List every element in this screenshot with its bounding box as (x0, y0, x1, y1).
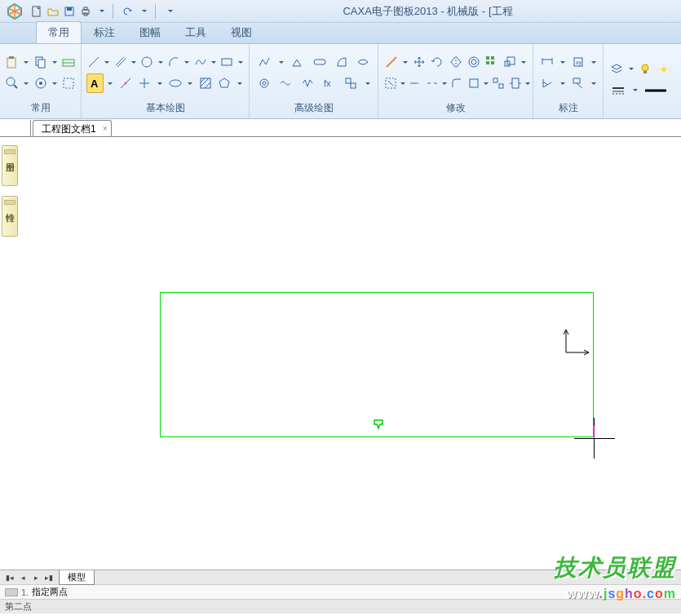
tab-tools[interactable]: 工具 (173, 21, 219, 43)
hole-icon[interactable] (276, 73, 296, 93)
rotate-icon[interactable] (430, 52, 445, 72)
wave-icon[interactable] (298, 73, 317, 93)
pan-icon[interactable] (33, 73, 48, 93)
scale-icon[interactable] (502, 52, 517, 72)
trim-dropdown[interactable] (400, 73, 405, 93)
block-dropdown[interactable] (363, 73, 373, 93)
point-icon[interactable] (136, 73, 153, 93)
nav-first-icon[interactable]: ▮◂ (3, 572, 16, 583)
region-icon[interactable] (353, 52, 373, 72)
block-icon[interactable] (342, 73, 361, 93)
polygon-dropdown[interactable] (236, 73, 244, 93)
polygon-icon[interactable] (216, 73, 233, 93)
copy-icon[interactable] (33, 52, 48, 72)
stretch-dropdown[interactable] (525, 73, 530, 93)
break-dropdown[interactable] (442, 73, 447, 93)
paste-dropdown[interactable] (23, 52, 30, 72)
tab-common[interactable]: 常用 (36, 21, 82, 43)
print-icon[interactable] (78, 4, 93, 19)
qat-customize[interactable] (163, 4, 178, 19)
linetype-dropdown[interactable] (630, 81, 640, 100)
command-line[interactable]: 1. 指定两点 (0, 584, 681, 599)
dim-linear-icon[interactable] (538, 52, 555, 72)
contour-icon[interactable] (288, 52, 307, 72)
trim-icon[interactable] (383, 73, 398, 93)
paste-icon[interactable] (5, 52, 20, 72)
cut-icon[interactable] (60, 52, 76, 72)
nav-last-icon[interactable]: ▸▮ (42, 572, 55, 583)
document-tab[interactable]: 工程图文档1 × (33, 120, 112, 136)
zoom-icon[interactable] (5, 73, 20, 93)
side-panel-library[interactable]: 图册 (2, 145, 18, 186)
slot-icon[interactable] (310, 52, 329, 72)
drawing-canvas[interactable] (23, 137, 681, 569)
nav-prev-icon[interactable]: ◂ (16, 572, 29, 583)
gear-icon[interactable] (254, 73, 274, 93)
sheet-tab-model[interactable]: 模型 (59, 570, 95, 585)
linetype-icon[interactable] (608, 81, 628, 100)
copy-dropdown[interactable] (51, 52, 58, 72)
leader-dropdown[interactable] (589, 73, 598, 93)
point-dropdown[interactable] (156, 73, 164, 93)
arc-icon[interactable] (166, 52, 181, 72)
array-icon[interactable] (484, 52, 499, 72)
layer-icon[interactable] (608, 60, 625, 79)
circle-dropdown[interactable] (157, 52, 164, 72)
select-icon[interactable] (60, 73, 76, 93)
polyline-icon[interactable] (254, 52, 274, 72)
app-logo[interactable] (3, 2, 26, 21)
angle-dropdown[interactable] (558, 73, 567, 93)
tab-layout[interactable]: 图幅 (127, 21, 173, 43)
spline-icon[interactable] (193, 52, 208, 72)
polyline-dropdown[interactable] (276, 52, 286, 72)
line-icon[interactable] (86, 52, 101, 72)
sun-icon[interactable] (656, 60, 672, 79)
dim-angle-icon[interactable] (538, 73, 555, 93)
spline-dropdown[interactable] (210, 52, 218, 72)
text-dropdown[interactable] (106, 73, 114, 93)
prop-dropdown[interactable] (401, 52, 409, 72)
extend-icon[interactable] (408, 73, 422, 93)
parallel-dropdown[interactable] (130, 52, 138, 72)
side-panel-properties[interactable]: 特性 (2, 196, 18, 237)
text-icon[interactable]: A (86, 73, 104, 93)
save-icon[interactable] (62, 4, 77, 19)
scale-dropdown[interactable] (520, 52, 528, 72)
formula-icon[interactable]: fx (320, 73, 339, 93)
zoom-dropdown[interactable] (23, 73, 30, 93)
layer-dropdown[interactable] (627, 60, 635, 79)
hatch-icon[interactable] (197, 73, 214, 93)
pan-dropdown[interactable] (51, 73, 58, 93)
boundary-icon[interactable] (332, 52, 352, 72)
tab-view[interactable]: 视图 (219, 21, 264, 43)
chamfer-dropdown[interactable] (484, 73, 489, 93)
ellipse-dropdown[interactable] (186, 73, 194, 93)
offset-icon[interactable] (466, 52, 481, 72)
parallel-line-icon[interactable] (113, 52, 128, 72)
rectangle-icon[interactable] (219, 52, 234, 72)
dim-leader-icon[interactable] (569, 73, 586, 93)
qat-dropdown[interactable] (95, 4, 109, 19)
nav-next-icon[interactable]: ▸ (29, 572, 42, 583)
circle-icon[interactable] (139, 52, 154, 72)
close-icon[interactable]: × (103, 124, 108, 133)
ellipse-icon[interactable] (166, 73, 184, 93)
stretch-icon[interactable] (508, 73, 523, 93)
dim-dropdown[interactable] (558, 52, 567, 72)
lineweight-sample[interactable] (643, 81, 669, 100)
bulb-icon[interactable] (638, 60, 654, 79)
open-file-icon[interactable] (46, 4, 60, 19)
qat-dropdown[interactable] (137, 4, 152, 19)
arc-dropdown[interactable] (184, 52, 191, 72)
properties-icon[interactable] (383, 52, 399, 72)
rect-dropdown[interactable] (237, 52, 244, 72)
mirror-icon[interactable] (448, 52, 463, 72)
fillet-icon[interactable] (449, 73, 464, 93)
chamfer-icon[interactable] (467, 73, 481, 93)
move-icon[interactable] (412, 52, 427, 72)
explode-icon[interactable] (491, 73, 506, 93)
coord-dropdown[interactable] (589, 52, 598, 72)
centerline-icon[interactable] (117, 73, 134, 93)
undo-icon[interactable] (121, 4, 135, 19)
tab-annotate[interactable]: 标注 (82, 21, 127, 43)
